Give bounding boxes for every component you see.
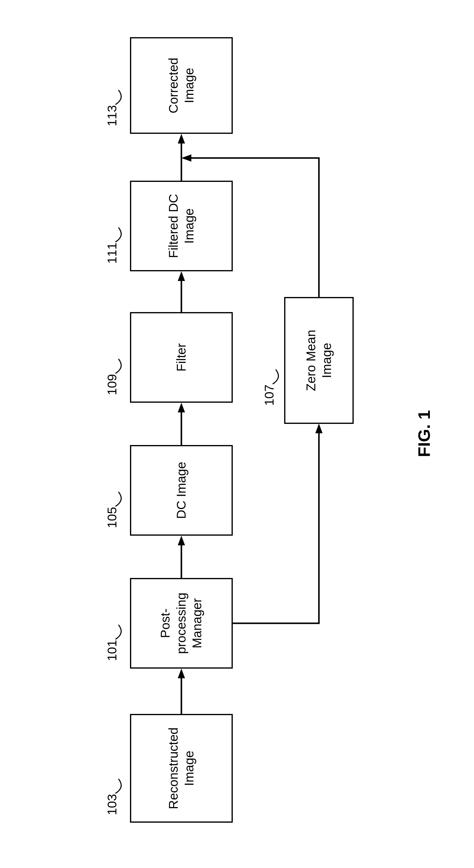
node-dc: DC Image: [130, 445, 233, 536]
node-filtered-id: 111: [106, 243, 119, 264]
node-reconstructed-label: ReconstructedImage: [166, 727, 198, 809]
svg-marker-11: [181, 154, 191, 162]
node-reconstructed-id: 103: [106, 794, 119, 815]
figure-caption: FIG. 1: [414, 410, 434, 457]
node-dc-label: DC Image: [174, 462, 189, 519]
arrow-109-to-111: [177, 271, 186, 312]
node-zeromean-label: Zero MeanImage: [303, 330, 335, 391]
arrow-103-to-101: [177, 669, 186, 714]
node-filter-label: Filter: [174, 343, 189, 371]
node-corrected: CorrectedImage: [130, 37, 233, 134]
node-filter-id: 109: [106, 374, 119, 395]
node-zeromean: Zero MeanImage: [284, 297, 354, 424]
arrow-101-to-105: [177, 536, 186, 578]
node-filtered-label: Filtered DCImage: [166, 194, 198, 258]
svg-marker-9: [178, 134, 185, 144]
svg-marker-3: [178, 536, 185, 545]
node-ppm-label: Post-processingManager: [157, 592, 205, 654]
arrow-101-to-107: [233, 422, 323, 628]
node-corrected-label: CorrectedImage: [166, 58, 198, 113]
node-filter: Filter: [130, 312, 233, 403]
svg-marker-10: [315, 424, 323, 433]
arrow-105-to-109: [177, 403, 186, 445]
node-dc-id: 105: [106, 507, 119, 528]
node-zeromean-id: 107: [263, 384, 276, 406]
node-ppm-id: 101: [106, 640, 119, 661]
svg-marker-5: [178, 403, 185, 412]
node-ppm: Post-processingManager: [130, 578, 233, 669]
node-reconstructed: ReconstructedImage: [130, 714, 233, 823]
node-filtered: Filtered DCImage: [130, 181, 233, 271]
svg-marker-7: [178, 271, 185, 281]
svg-marker-1: [178, 669, 185, 678]
arrow-111-to-113: [177, 134, 186, 181]
diagram-stage: ReconstructedImage 103 Post-processingMa…: [0, 0, 474, 868]
node-corrected-id: 113: [106, 105, 119, 126]
